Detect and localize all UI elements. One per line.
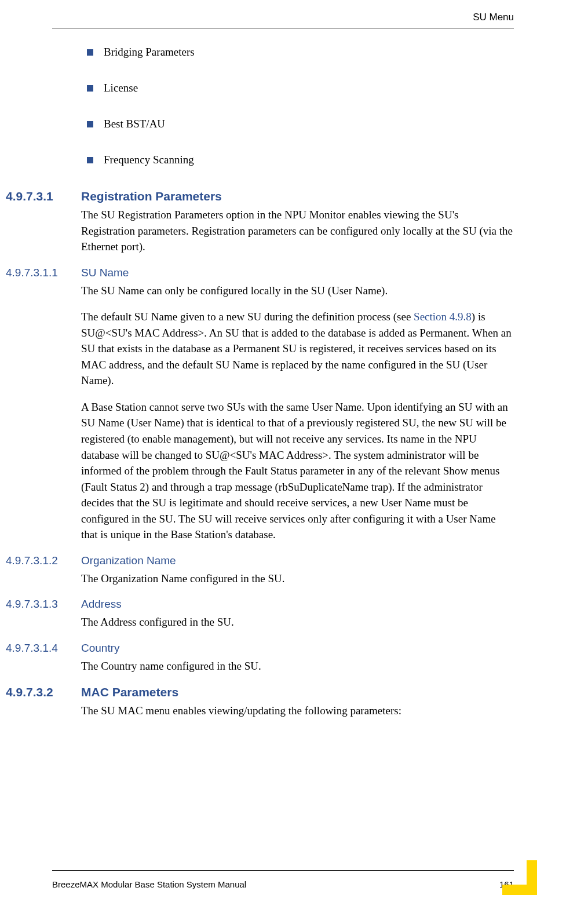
body-text: The Organization Name configured in the … — [81, 571, 514, 587]
bullet-item: Frequency Scanning — [87, 154, 514, 166]
bullet-icon — [87, 157, 93, 163]
bullet-icon — [87, 121, 93, 127]
section-su-name: 4.9.7.3.1.1 SU Name The SU Name can only… — [6, 266, 514, 543]
section-link[interactable]: Section 4.9.8 — [414, 311, 472, 323]
section-title: Address — [81, 598, 122, 611]
bullet-icon — [87, 85, 93, 92]
body-text: The default SU Name given to a new SU du… — [81, 309, 514, 389]
section-number: 4.9.7.3.1.3 — [6, 598, 81, 611]
bullet-text: Frequency Scanning — [104, 154, 194, 166]
bullet-item: Best BST/AU — [87, 118, 514, 130]
corner-decoration — [502, 860, 537, 895]
section-title: Organization Name — [81, 554, 176, 567]
section-number: 4.9.7.3.2 — [6, 685, 81, 699]
section-address: 4.9.7.3.1.3 Address The Address configur… — [6, 598, 514, 630]
section-number: 4.9.7.3.1.1 — [6, 266, 81, 279]
bullet-text: Best BST/AU — [104, 118, 165, 130]
section-title: SU Name — [81, 266, 129, 279]
bullet-text: Bridging Parameters — [104, 46, 195, 59]
footer-divider — [52, 870, 514, 871]
section-number: 4.9.7.3.1 — [6, 189, 81, 203]
page-header: SU Menu — [0, 0, 566, 28]
body-text: The Address configured in the SU. — [81, 614, 514, 630]
body-text: The Country name configured in the SU. — [81, 658, 514, 674]
section-country: 4.9.7.3.1.4 Country The Country name con… — [6, 642, 514, 674]
bullet-icon — [87, 49, 93, 56]
footer-title: BreezeMAX Modular Base Station System Ma… — [52, 879, 246, 889]
body-text: The SU Registration Parameters option in… — [81, 207, 514, 255]
section-mac-parameters: 4.9.7.3.2 MAC Parameters The SU MAC menu… — [6, 685, 514, 719]
section-number: 4.9.7.3.1.2 — [6, 554, 81, 567]
body-text: A Base Station cannot serve two SUs with… — [81, 399, 514, 543]
bullet-text: License — [104, 82, 138, 94]
bullet-item: Bridging Parameters — [87, 46, 514, 59]
section-title: Country — [81, 642, 120, 655]
page-footer: BreezeMAX Modular Base Station System Ma… — [52, 870, 514, 889]
bullet-item: License — [87, 82, 514, 94]
section-registration-parameters: 4.9.7.3.1 Registration Parameters The SU… — [6, 189, 514, 255]
section-number: 4.9.7.3.1.4 — [6, 642, 81, 655]
section-organization-name: 4.9.7.3.1.2 Organization Name The Organi… — [6, 554, 514, 587]
body-text: The SU Name can only be configured local… — [81, 283, 514, 299]
bullet-list: Bridging Parameters License Best BST/AU … — [87, 46, 514, 166]
section-title: Registration Parameters — [81, 189, 222, 203]
body-text: The SU MAC menu enables viewing/updating… — [81, 703, 514, 719]
section-title: MAC Parameters — [81, 685, 178, 699]
